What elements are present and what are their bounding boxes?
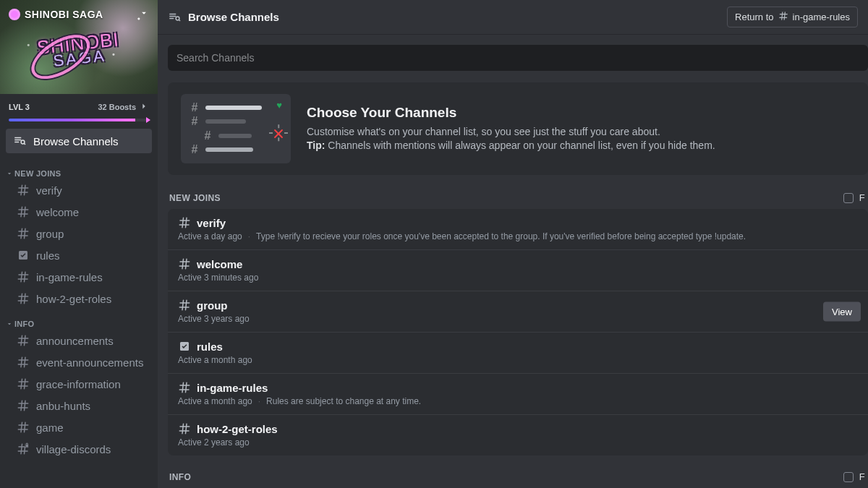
svg-point-4	[176, 17, 179, 20]
sidebar-item-verify[interactable]: verify	[4, 180, 153, 200]
channel-active: Active 2 years ago	[178, 437, 250, 448]
hero-title: Choose Your Channels	[307, 105, 715, 121]
category-label: NEW JOINS	[14, 169, 61, 178]
search-input[interactable]	[176, 52, 859, 64]
channel-active: Active a month ago	[178, 396, 252, 406]
section-title: NEW JOINS	[169, 193, 221, 203]
chevron-down-icon[interactable]	[139, 8, 149, 21]
rules-icon	[178, 340, 191, 353]
sidebar-item-grace-information[interactable]: grace-information	[4, 374, 153, 394]
boost-level: LVL 3	[9, 103, 30, 111]
channel-list-new-joins: verify Active a day ago · Type !verify t…	[168, 209, 868, 455]
sidebar-item-game[interactable]: game	[4, 417, 153, 437]
channel-active: Active a month ago	[178, 355, 252, 365]
server-sidebar: SHINOBI SAGA SHINOBI SAGA LVL 3 32 Boost…	[0, 0, 158, 488]
hash-icon	[178, 422, 191, 435]
search-channels[interactable]	[168, 45, 868, 71]
browse-channels-button[interactable]: Browse Channels	[6, 129, 152, 153]
choose-channels-hero: ♥ # # # # Choose Your Channels Customise…	[168, 82, 868, 175]
sidebar-item-anbu-hunts[interactable]: anbu-hunts	[4, 395, 153, 416]
follow-category-checkbox[interactable]	[843, 472, 854, 482]
sidebar-item-rules[interactable]: rules	[4, 245, 153, 265]
main-area: Browse Channels Return to in-game-rules …	[158, 0, 868, 488]
section-header-info: INFO F	[168, 468, 868, 488]
channel-row-how-2-get-roles[interactable]: how-2-get-roles Active 2 years ago	[168, 415, 868, 455]
hash-icon	[178, 299, 191, 312]
channel-row-in-game-rules[interactable]: in-game-rules Active a month ago · Rules…	[168, 374, 868, 415]
x-icon	[273, 129, 284, 139]
hash-icon	[16, 227, 30, 240]
sidebar-item-label: announcements	[36, 335, 148, 347]
hash-icon	[16, 377, 30, 390]
svg-point-0	[21, 140, 25, 144]
sidebar-item-announcements[interactable]: announcements	[4, 330, 153, 351]
channel-name: how-2-get-roles	[197, 423, 278, 435]
category-label: INFO	[14, 320, 34, 328]
browse-channels-label: Browse Channels	[33, 135, 119, 147]
return-channel-name: in-game-rules	[793, 12, 850, 22]
follow-category-label: F	[859, 471, 865, 482]
sidebar-item-welcome[interactable]: welcome	[4, 202, 153, 222]
hero-line1: Customise what's on your channel list, s…	[307, 125, 715, 139]
sidebar-item-label: in-game-rules	[36, 271, 148, 283]
follow-category-checkbox[interactable]	[843, 193, 854, 203]
sidebar-item-label: grace-information	[36, 378, 148, 390]
hash-icon	[16, 421, 30, 434]
browse-icon	[168, 11, 181, 24]
boost-row[interactable]: LVL 3 32 Boosts	[0, 94, 158, 117]
chevron-down-icon	[6, 320, 13, 328]
page-title: Browse Channels	[188, 11, 720, 23]
channel-active: Active 3 years ago	[178, 314, 250, 324]
channel-row-rules[interactable]: rules Active a month ago	[168, 333, 868, 374]
channel-desc: Rules are subject to change at any time.	[266, 396, 421, 406]
sidebar-item-label: group	[36, 228, 148, 240]
sidebar-item-in-game-rules[interactable]: in-game-rules	[4, 267, 153, 287]
channel-row-group[interactable]: group Active 3 years ago View	[168, 291, 868, 333]
hash-icon	[778, 11, 788, 23]
channel-name: rules	[197, 341, 223, 353]
sidebar-item-label: game	[36, 421, 148, 434]
section-header-new-joins: NEW JOINS F	[168, 189, 868, 209]
hash-icon	[178, 257, 191, 270]
hero-tip-text: Channels with mentions will always appea…	[325, 140, 715, 151]
follow-category-label: F	[859, 192, 865, 203]
chevron-right-icon	[139, 101, 149, 113]
boost-progress-bar	[9, 119, 149, 121]
hash-icon	[178, 216, 191, 229]
view-channel-button[interactable]: View	[823, 302, 861, 322]
channel-row-verify[interactable]: verify Active a day ago · Type !verify t…	[168, 209, 868, 250]
channel-name: group	[197, 299, 228, 312]
return-to-channel-button[interactable]: Return to in-game-rules	[727, 7, 858, 27]
svg-rect-3	[25, 445, 28, 447]
channel-name: in-game-rules	[197, 382, 268, 394]
server-banner[interactable]: SHINOBI SAGA SHINOBI SAGA	[0, 0, 158, 94]
hero-illustration: ♥ # # # #	[181, 94, 291, 163]
server-badge-icon	[9, 9, 20, 20]
sidebar-item-label: verify	[36, 184, 148, 197]
hash-icon	[16, 399, 30, 412]
sidebar-item-label: event-announcements	[36, 356, 148, 369]
server-wordmark: SHINOBI SAGA	[36, 31, 122, 70]
sidebar-item-group[interactable]: group	[4, 223, 153, 244]
server-name: SHINOBI SAGA	[25, 9, 139, 20]
rules-icon	[16, 249, 30, 262]
category-new-joins[interactable]: NEW JOINS	[0, 159, 158, 179]
category-info[interactable]: INFO	[0, 309, 158, 330]
channel-name: welcome	[197, 258, 242, 270]
boost-count: 32 Boosts	[98, 103, 136, 111]
chevron-down-icon	[6, 170, 13, 177]
hash-icon	[16, 356, 30, 369]
app-root: SHINOBI SAGA SHINOBI SAGA LVL 3 32 Boost…	[0, 0, 868, 488]
sidebar-item-label: welcome	[36, 206, 148, 218]
lock-hash-icon	[16, 442, 30, 455]
sidebar-item-label: rules	[36, 249, 148, 262]
section-title: INFO	[169, 472, 191, 482]
channel-row-welcome[interactable]: welcome Active 3 minutes ago	[168, 250, 868, 291]
sidebar-item-village-discords[interactable]: village-discords	[4, 439, 153, 459]
sidebar-item-how-2-get-roles[interactable]: how-2-get-roles	[4, 288, 153, 309]
channel-desc: Type !verify to recieve your roles once …	[256, 231, 746, 241]
hash-icon	[16, 292, 30, 305]
sidebar-item-label: village-discords	[36, 443, 148, 455]
hero-tip: Tip: Channels with mentions will always …	[307, 139, 715, 153]
sidebar-item-event-announcements[interactable]: event-announcements	[4, 352, 153, 372]
